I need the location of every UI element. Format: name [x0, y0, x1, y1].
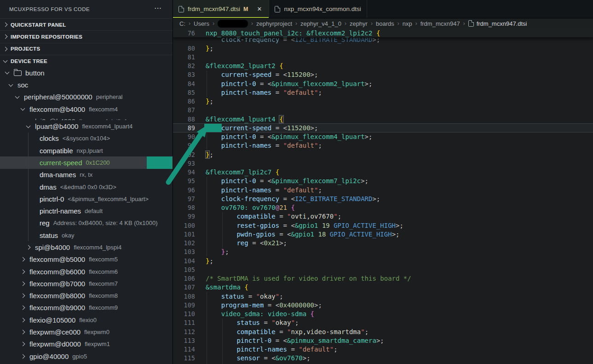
code-line-87[interactable]: 87 — [173, 106, 593, 115]
section-header-device-tree[interactable]: DEVICE TREE — [0, 55, 173, 67]
code-line-93[interactable]: 93 — [173, 159, 593, 168]
chevron-down-icon[interactable] — [3, 58, 8, 63]
code-line-91[interactable]: 91 pinctrl-names = "default"; — [173, 141, 593, 150]
breadcrumb-item-Users[interactable]: Users — [194, 20, 209, 27]
tree-item-pinctrl-names[interactable]: pinctrl-namesdefault — [0, 205, 173, 217]
chevron-down-icon[interactable] — [15, 94, 20, 98]
chevron-right-icon[interactable] — [26, 245, 31, 250]
code-line-89[interactable]: 89 current-speed = <115200>; — [173, 123, 593, 132]
code-line-97[interactable]: 97 clock-frequency = <I2C_BITRATE_STANDA… — [173, 194, 593, 203]
code-line-112[interactable]: 112 compatible = "nxp,video-smartdma"; — [173, 327, 593, 336]
more-actions-icon[interactable]: ⋯ — [154, 4, 162, 12]
code-line-x[interactable]: clock-frequency = <I2C_BITRATE_STANDARD>… — [173, 38, 593, 44]
tree-item-peripheral@50000000[interactable]: peripheral@50000000peripheral — [0, 91, 173, 103]
code-line-103[interactable]: 103 }; — [173, 248, 593, 256]
tree-item-status[interactable]: statusokay — [0, 229, 173, 241]
code-line-109[interactable]: 109 program-mem = <0x4000000>; — [173, 300, 593, 309]
breadcrumb-item-zephyr_v4_1_0[interactable]: zephyr_v4_1_0 — [300, 20, 341, 27]
code-line-94[interactable]: 94&flexcomm7_lpi2c7 { — [173, 168, 593, 177]
chevron-right-icon[interactable] — [21, 281, 25, 286]
code-line-96[interactable]: 96 pinctrl-names = "default"; — [173, 185, 593, 194]
chevron-right-icon[interactable] — [21, 354, 25, 358]
code-line-102[interactable]: 102 reg = <0x21>; — [173, 239, 593, 248]
tree-item-lpi2c@b4000[interactable]: lpi2c@b4000flexcomm4_lpi2c4 — [0, 115, 173, 120]
chevron-right-icon[interactable] — [21, 269, 25, 274]
chevron-right-icon[interactable] — [3, 35, 8, 39]
code-line-85[interactable]: 85 pinctrl-names = "default"; — [173, 88, 593, 97]
breadcrumb-item-nxp[interactable]: nxp — [403, 20, 412, 27]
tree-item-soc[interactable]: soc — [0, 79, 173, 91]
tree-item-pinctrl-0[interactable]: pinctrl-0<&pinmux_flexcomm4_lpuart> — [0, 193, 173, 205]
chevron-down-icon[interactable] — [9, 82, 13, 87]
chevron-right-icon[interactable] — [21, 257, 25, 262]
tree-item-flexio@105000[interactable]: flexio@105000flexio0 — [0, 314, 173, 326]
tab-frdm-mcxn947-dtsi[interactable]: frdm_mcxn947.dtsi M ✕ — [173, 0, 269, 18]
tree-item-current-speed[interactable]: current-speed0x1C200 — [0, 156, 173, 168]
tree-item-flexcomm@b4000[interactable]: flexcomm@b4000flexcomm4 — [0, 103, 173, 115]
tree-item-gpio@40000[interactable]: gpio@40000gpio5 — [0, 350, 173, 362]
chevron-right-icon[interactable] — [21, 294, 25, 298]
tree-item-flexpwm@d0000[interactable]: flexpwm@d0000flexpwm1 — [0, 338, 173, 350]
breadcrumb-item-redacted[interactable] — [218, 20, 248, 28]
chevron-right-icon[interactable] — [21, 330, 25, 335]
breadcrumb-item-zephyrproject[interactable]: zephyrproject — [256, 20, 292, 27]
chevron-down-icon[interactable] — [26, 123, 31, 128]
tree-item-clocks[interactable]: clocks<&syscon 0x104> — [0, 133, 173, 144]
code-line-115[interactable]: 115 sensor = <&ov7670>; — [173, 354, 593, 363]
chevron-down-icon[interactable] — [21, 106, 25, 111]
tree-item-flexpwm@ce000[interactable]: flexpwm@ce000flexpwm0 — [0, 326, 173, 338]
close-icon[interactable]: ✕ — [255, 5, 263, 13]
code-line-83[interactable]: 83 current-speed = <115200>; — [173, 70, 593, 79]
tree-item-button[interactable]: button — [0, 67, 173, 79]
code-line-107[interactable]: 107&smartdma { — [173, 283, 593, 292]
code-line-113[interactable]: 113 pinctrl-0 = <&pinmux_smartdma_camera… — [173, 336, 593, 345]
sticky-scroll-line[interactable]: 76nxp_8080_touch_panel_i2c: &flexcomm2_l… — [173, 29, 593, 37]
tree-item-reg[interactable]: regAddress: 0xB4000, size: 4 KB (0x1000) — [0, 217, 173, 229]
code-line-101[interactable]: 101 pwdn-gpios = <&gpio1 18 GPIO_ACTIVE_… — [173, 230, 593, 238]
chevron-right-icon[interactable] — [3, 23, 8, 27]
code-line-105[interactable]: 105 — [173, 265, 593, 274]
tree-item-flexcomm@b5000[interactable]: flexcomm@b5000flexcomm5 — [0, 254, 173, 266]
code-line-108[interactable]: 108 status = "okay"; — [173, 292, 593, 300]
tree-item-lpuart@b4000[interactable]: lpuart@b4000flexcomm4_lpuart4 — [0, 120, 173, 132]
code-line-99[interactable]: 99 compatible = "ovti,ov7670"; — [173, 212, 593, 221]
tab-nxp-mcxn94x-common-dtsi[interactable]: nxp_mcxn94x_common.dtsi — [269, 0, 367, 18]
tree-item-dmas[interactable]: dmas<&edma0 0x0 0x3D> — [0, 181, 173, 193]
chevron-right-icon[interactable] — [21, 318, 25, 322]
breadcrumb-item-C:[interactable]: C: — [179, 20, 185, 27]
tree-item-flexcomm@b6000[interactable]: flexcomm@b6000flexcomm6 — [0, 266, 173, 277]
section-header-projects[interactable]: PROJECTS — [0, 43, 173, 55]
breadcrumb-item-frdm_mcxn947[interactable]: frdm_mcxn947 — [420, 20, 460, 27]
tree-item-flexcomm@b8000[interactable]: flexcomm@b8000flexcomm8 — [0, 290, 173, 302]
section-header-imported-repositories[interactable]: IMPORTED REPOSITORIES — [0, 30, 173, 42]
code-line-95[interactable]: 95 pinctrl-0 = <&pinmux_flexcomm7_lpi2c>… — [173, 177, 593, 185]
code-line-90[interactable]: 90 pinctrl-0 = <&pinmux_flexcomm4_lpuart… — [173, 133, 593, 141]
breadcrumb-item-zephyr[interactable]: zephyr — [350, 20, 368, 27]
code-line-82[interactable]: 82&flexcomm2_lpuart2 { — [173, 62, 593, 70]
code-editor[interactable]: 76nxp_8080_touch_panel_i2c: &flexcomm2_l… — [173, 29, 593, 364]
breadcrumb-item-frdm_mcxn947.dtsi[interactable]: frdm_mcxn947.dtsi — [468, 20, 527, 27]
chevron-right-icon[interactable] — [3, 46, 8, 51]
code-line-86[interactable]: 86}; — [173, 97, 593, 106]
code-line-76[interactable]: 76nxp_8080_touch_panel_i2c: &flexcomm2_l… — [173, 29, 593, 37]
code-line-84[interactable]: 84 pinctrl-0 = <&pinmux_flexcomm2_lpuart… — [173, 79, 593, 88]
tree-item-spi@b4000[interactable]: spi@b4000flexcomm4_lpspi4 — [0, 241, 173, 253]
code-line-81[interactable]: 81 — [173, 52, 593, 61]
tree-item-flexcomm@b9000[interactable]: flexcomm@b9000flexcomm9 — [0, 302, 173, 314]
code-line-104[interactable]: 104}; — [173, 256, 593, 265]
code-line-114[interactable]: 114 pinctrl-names = "default"; — [173, 345, 593, 354]
chevron-right-icon[interactable] — [21, 342, 25, 347]
code-line-80[interactable]: 80}; — [173, 44, 593, 52]
breadcrumb-item-boards[interactable]: boards — [376, 20, 394, 27]
chevron-down-icon[interactable] — [5, 70, 10, 75]
code-line-88[interactable]: 88&flexcomm4_lpuart4 { — [173, 115, 593, 123]
code-line-98[interactable]: 98 ov7670: ov7670@21 { — [173, 203, 593, 212]
code-line-110[interactable]: 110 video_sdma: video-sdma { — [173, 310, 593, 318]
code-line-92[interactable]: 92}; — [173, 150, 593, 159]
section-header-quickstart-panel[interactable]: QUICKSTART PANEL — [0, 18, 173, 30]
tree-item-dma-names[interactable]: dma-namesrx, tx — [0, 169, 173, 181]
code-line-106[interactable]: 106/* SmartDMA is used for video driver … — [173, 274, 593, 283]
tree-item-flexcomm@b7000[interactable]: flexcomm@b7000flexcomm7 — [0, 277, 173, 289]
chevron-right-icon[interactable] — [21, 306, 25, 310]
code-line-100[interactable]: 100 reset-gpios = <&gpio1 19 GPIO_ACTIVE… — [173, 221, 593, 230]
